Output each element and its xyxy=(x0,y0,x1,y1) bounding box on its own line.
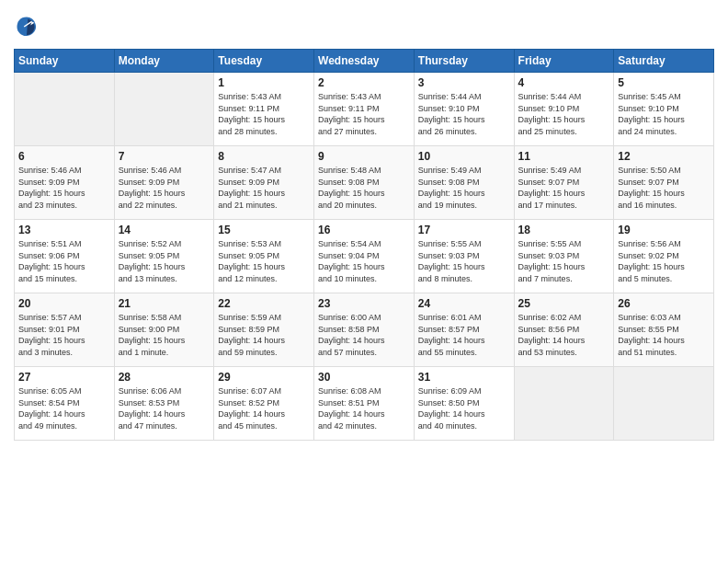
day-number: 2 xyxy=(318,76,410,89)
day-number: 26 xyxy=(618,297,710,310)
day-info: Sunrise: 5:54 AM Sunset: 9:04 PM Dayligh… xyxy=(318,238,410,284)
calendar-cell: 30Sunrise: 6:08 AM Sunset: 8:51 PM Dayli… xyxy=(314,367,415,441)
day-number: 20 xyxy=(18,297,110,310)
calendar-cell: 13Sunrise: 5:51 AM Sunset: 9:06 PM Dayli… xyxy=(15,220,115,293)
calendar-cell: 3Sunrise: 5:44 AM Sunset: 9:10 PM Daylig… xyxy=(414,73,514,146)
day-info: Sunrise: 5:51 AM Sunset: 9:06 PM Dayligh… xyxy=(18,238,110,284)
calendar-cell: 20Sunrise: 5:57 AM Sunset: 9:01 PM Dayli… xyxy=(15,293,115,367)
weekday-header-wednesday: Wednesday xyxy=(314,50,415,73)
logo-icon xyxy=(14,14,40,40)
day-number: 31 xyxy=(418,371,510,384)
weekday-header-friday: Friday xyxy=(514,50,614,73)
weekday-header-saturday: Saturday xyxy=(614,50,714,73)
calendar-cell: 14Sunrise: 5:52 AM Sunset: 9:05 PM Dayli… xyxy=(114,220,214,293)
day-number: 11 xyxy=(518,150,610,163)
day-number: 6 xyxy=(18,150,110,163)
calendar-cell: 18Sunrise: 5:55 AM Sunset: 9:03 PM Dayli… xyxy=(514,220,614,293)
day-info: Sunrise: 6:09 AM Sunset: 8:50 PM Dayligh… xyxy=(418,385,510,431)
week-row-3: 13Sunrise: 5:51 AM Sunset: 9:06 PM Dayli… xyxy=(15,220,714,293)
calendar-cell: 8Sunrise: 5:47 AM Sunset: 9:09 PM Daylig… xyxy=(214,146,314,220)
day-info: Sunrise: 5:49 AM Sunset: 9:08 PM Dayligh… xyxy=(418,165,510,211)
day-number: 4 xyxy=(518,76,610,89)
weekday-header-monday: Monday xyxy=(114,50,214,73)
calendar-cell xyxy=(15,73,115,146)
day-info: Sunrise: 5:43 AM Sunset: 9:11 PM Dayligh… xyxy=(318,91,410,137)
day-number: 25 xyxy=(518,297,610,310)
calendar-page: SundayMondayTuesdayWednesdayThursdayFrid… xyxy=(0,0,728,563)
calendar-cell: 11Sunrise: 5:49 AM Sunset: 9:07 PM Dayli… xyxy=(514,146,614,220)
day-info: Sunrise: 5:46 AM Sunset: 9:09 PM Dayligh… xyxy=(119,165,210,211)
day-info: Sunrise: 5:47 AM Sunset: 9:09 PM Dayligh… xyxy=(218,165,310,211)
day-info: Sunrise: 5:45 AM Sunset: 9:10 PM Dayligh… xyxy=(618,91,710,137)
calendar-cell: 22Sunrise: 5:59 AM Sunset: 8:59 PM Dayli… xyxy=(214,293,314,367)
calendar-cell: 29Sunrise: 6:07 AM Sunset: 8:52 PM Dayli… xyxy=(214,367,314,441)
day-info: Sunrise: 6:02 AM Sunset: 8:56 PM Dayligh… xyxy=(518,312,610,358)
day-number: 3 xyxy=(418,76,510,89)
day-number: 15 xyxy=(218,224,310,236)
day-number: 9 xyxy=(318,150,410,163)
day-number: 24 xyxy=(418,297,510,310)
day-number: 19 xyxy=(618,224,710,236)
day-number: 23 xyxy=(318,297,410,310)
weekday-header-tuesday: Tuesday xyxy=(214,50,314,73)
day-number: 5 xyxy=(618,76,710,89)
day-info: Sunrise: 6:05 AM Sunset: 8:54 PM Dayligh… xyxy=(18,385,110,431)
calendar-cell: 4Sunrise: 5:44 AM Sunset: 9:10 PM Daylig… xyxy=(514,73,614,146)
calendar-cell: 23Sunrise: 6:00 AM Sunset: 8:58 PM Dayli… xyxy=(314,293,415,367)
day-info: Sunrise: 6:01 AM Sunset: 8:57 PM Dayligh… xyxy=(418,312,510,358)
day-number: 18 xyxy=(518,224,610,236)
calendar-table: SundayMondayTuesdayWednesdayThursdayFrid… xyxy=(14,49,714,441)
day-info: Sunrise: 5:43 AM Sunset: 9:11 PM Dayligh… xyxy=(218,91,310,137)
calendar-cell: 16Sunrise: 5:54 AM Sunset: 9:04 PM Dayli… xyxy=(314,220,415,293)
day-info: Sunrise: 5:57 AM Sunset: 9:01 PM Dayligh… xyxy=(18,312,110,358)
day-number: 1 xyxy=(218,76,310,89)
day-info: Sunrise: 5:56 AM Sunset: 9:02 PM Dayligh… xyxy=(618,238,710,284)
calendar-cell: 7Sunrise: 5:46 AM Sunset: 9:09 PM Daylig… xyxy=(114,146,214,220)
calendar-cell: 10Sunrise: 5:49 AM Sunset: 9:08 PM Dayli… xyxy=(414,146,514,220)
day-info: Sunrise: 5:50 AM Sunset: 9:07 PM Dayligh… xyxy=(618,165,710,211)
day-info: Sunrise: 6:00 AM Sunset: 8:58 PM Dayligh… xyxy=(318,312,410,358)
calendar-cell xyxy=(114,73,214,146)
day-number: 28 xyxy=(119,371,210,384)
day-number: 29 xyxy=(218,371,310,384)
day-number: 22 xyxy=(218,297,310,310)
week-row-4: 20Sunrise: 5:57 AM Sunset: 9:01 PM Dayli… xyxy=(15,293,714,367)
day-info: Sunrise: 5:46 AM Sunset: 9:09 PM Dayligh… xyxy=(18,165,110,211)
day-number: 13 xyxy=(18,224,110,236)
calendar-cell: 5Sunrise: 5:45 AM Sunset: 9:10 PM Daylig… xyxy=(614,73,714,146)
calendar-cell: 24Sunrise: 6:01 AM Sunset: 8:57 PM Dayli… xyxy=(414,293,514,367)
day-info: Sunrise: 5:52 AM Sunset: 9:05 PM Dayligh… xyxy=(119,238,210,284)
day-info: Sunrise: 5:59 AM Sunset: 8:59 PM Dayligh… xyxy=(218,312,310,358)
day-info: Sunrise: 5:58 AM Sunset: 9:00 PM Dayligh… xyxy=(119,312,210,358)
day-info: Sunrise: 5:49 AM Sunset: 9:07 PM Dayligh… xyxy=(518,165,610,211)
week-row-1: 1Sunrise: 5:43 AM Sunset: 9:11 PM Daylig… xyxy=(15,73,714,146)
calendar-cell xyxy=(614,367,714,441)
calendar-cell: 17Sunrise: 5:55 AM Sunset: 9:03 PM Dayli… xyxy=(414,220,514,293)
day-info: Sunrise: 5:55 AM Sunset: 9:03 PM Dayligh… xyxy=(418,238,510,284)
calendar-cell: 19Sunrise: 5:56 AM Sunset: 9:02 PM Dayli… xyxy=(614,220,714,293)
day-info: Sunrise: 5:48 AM Sunset: 9:08 PM Dayligh… xyxy=(318,165,410,211)
day-info: Sunrise: 5:53 AM Sunset: 9:05 PM Dayligh… xyxy=(218,238,310,284)
calendar-cell xyxy=(514,367,614,441)
week-row-2: 6Sunrise: 5:46 AM Sunset: 9:09 PM Daylig… xyxy=(15,146,714,220)
week-row-5: 27Sunrise: 6:05 AM Sunset: 8:54 PM Dayli… xyxy=(15,367,714,441)
calendar-cell: 6Sunrise: 5:46 AM Sunset: 9:09 PM Daylig… xyxy=(15,146,115,220)
calendar-cell: 31Sunrise: 6:09 AM Sunset: 8:50 PM Dayli… xyxy=(414,367,514,441)
day-number: 30 xyxy=(318,371,410,384)
day-number: 10 xyxy=(418,150,510,163)
weekday-header-row: SundayMondayTuesdayWednesdayThursdayFrid… xyxy=(15,50,714,73)
day-number: 21 xyxy=(119,297,210,310)
day-number: 16 xyxy=(318,224,410,236)
day-info: Sunrise: 6:07 AM Sunset: 8:52 PM Dayligh… xyxy=(218,385,310,431)
day-number: 7 xyxy=(119,150,210,163)
weekday-header-sunday: Sunday xyxy=(15,50,115,73)
day-number: 14 xyxy=(119,224,210,236)
calendar-cell: 25Sunrise: 6:02 AM Sunset: 8:56 PM Dayli… xyxy=(514,293,614,367)
calendar-cell: 28Sunrise: 6:06 AM Sunset: 8:53 PM Dayli… xyxy=(114,367,214,441)
header xyxy=(14,14,714,40)
day-number: 12 xyxy=(618,150,710,163)
calendar-cell: 21Sunrise: 5:58 AM Sunset: 9:00 PM Dayli… xyxy=(114,293,214,367)
logo xyxy=(14,14,43,40)
day-info: Sunrise: 6:03 AM Sunset: 8:55 PM Dayligh… xyxy=(618,312,710,358)
calendar-cell: 15Sunrise: 5:53 AM Sunset: 9:05 PM Dayli… xyxy=(214,220,314,293)
